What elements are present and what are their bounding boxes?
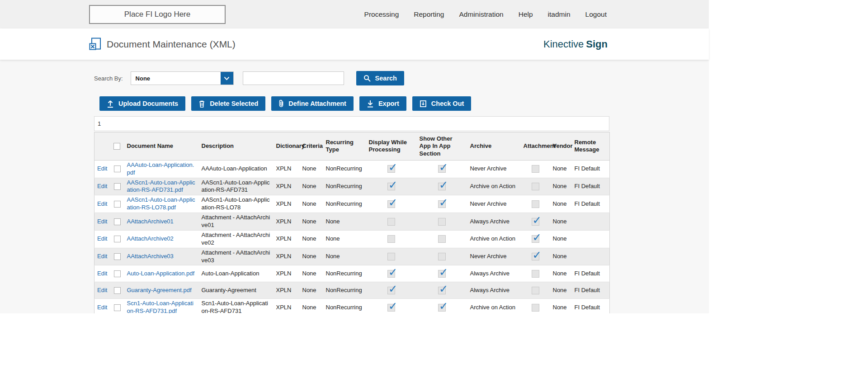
trash-icon — [198, 100, 205, 108]
search-by-label: Search By: — [94, 75, 123, 82]
table-row: EditAAttachArchive02Attachment - AAttach… — [94, 230, 610, 248]
row-checkbox[interactable] — [114, 253, 121, 260]
row-checkbox[interactable] — [114, 270, 121, 277]
define-attachment-button[interactable]: Define Attachment — [271, 96, 354, 111]
description-text: AAAuto-Loan-Application — [202, 165, 267, 172]
dictionary-text: XPLN — [276, 200, 292, 207]
criteria-text: None — [302, 183, 316, 189]
dictionary-text: XPLN — [276, 218, 292, 225]
attachment-checkbox — [532, 200, 539, 208]
display-while-processing-checkbox — [387, 253, 395, 260]
edit-link[interactable]: Edit — [97, 270, 107, 277]
column-header-show_other_app: Show Other App In App Section — [417, 132, 467, 161]
recurring-type-text: NonRecurring — [326, 304, 362, 311]
edit-link[interactable]: Edit — [97, 287, 107, 293]
nav-processing[interactable]: Processing — [364, 10, 399, 19]
search-by-dropdown[interactable]: None — [131, 71, 234, 85]
document-name-link[interactable]: Auto-Loan-Application.pdf — [127, 270, 195, 277]
dictionary-text: XPLN — [276, 287, 292, 293]
row-checkbox[interactable] — [114, 218, 121, 225]
dictionary-text: XPLN — [276, 253, 292, 260]
criteria-text: None — [302, 270, 316, 277]
vendor-text: None — [553, 270, 567, 277]
row-checkbox[interactable] — [114, 165, 121, 172]
search-input[interactable] — [243, 71, 344, 85]
define-attachment-label: Define Attachment — [288, 100, 346, 107]
search-icon — [363, 75, 371, 82]
row-checkbox[interactable] — [114, 183, 121, 190]
row-checkbox[interactable] — [114, 304, 121, 311]
vendor-text: None — [553, 253, 567, 260]
vendor-text: None — [553, 165, 567, 172]
archive-text: Never Archive — [470, 200, 507, 207]
display-while-processing-checkbox — [387, 235, 395, 243]
attachment-checkbox — [532, 304, 539, 312]
column-header-dictionary: Dictionary — [274, 132, 300, 161]
document-name-link[interactable]: Guaranty-Agreement.pdf — [127, 287, 192, 293]
nav-help[interactable]: Help — [519, 10, 533, 19]
document-name-link[interactable]: AAttachArchive01 — [127, 218, 174, 225]
check-out-button[interactable]: Check Out — [412, 96, 472, 111]
display-while-processing-checkbox — [387, 304, 395, 312]
document-name-link[interactable]: AAAuto-Loan-Application.pdf — [127, 161, 194, 176]
edit-link[interactable]: Edit — [97, 304, 107, 311]
checkout-icon — [420, 100, 427, 108]
edit-link[interactable]: Edit — [97, 200, 107, 207]
document-name-link[interactable]: AAScn1-Auto-Loan-Application-RS-AFD731.p… — [127, 179, 195, 194]
nav-administration[interactable]: Administration — [459, 10, 504, 19]
delete-selected-label: Delete Selected — [210, 100, 258, 107]
brand-logo: KinectiveSign — [543, 38, 608, 50]
edit-link[interactable]: Edit — [97, 165, 107, 172]
recurring-type-text: NonRecurring — [326, 270, 362, 277]
archive-text: Never Archive — [470, 253, 507, 260]
archive-text: Archive on Action — [470, 183, 515, 189]
remote-message-text: FI Default — [575, 183, 600, 189]
show-other-app-checkbox — [438, 200, 446, 208]
top-bar: Place FI Logo Here ProcessingReportingAd… — [0, 0, 709, 28]
fi-logo-placeholder: Place FI Logo Here — [89, 5, 226, 24]
vendor-text: None — [553, 287, 567, 293]
nav-logout[interactable]: Logout — [585, 10, 607, 19]
edit-link[interactable]: Edit — [97, 253, 107, 260]
pagination-bar: 1 — [94, 116, 609, 131]
table-row: EditScn1-Auto-Loan-Application-RS-AFD731… — [94, 299, 610, 313]
edit-link[interactable]: Edit — [97, 183, 107, 189]
delete-selected-button[interactable]: Delete Selected — [191, 96, 265, 111]
criteria-text: None — [302, 253, 316, 260]
description-text: Attachment - AAttachArchive01 — [202, 214, 270, 228]
documents-table: Document NameDescriptionDictionaryCriter… — [94, 132, 610, 313]
select-all-checkbox[interactable] — [113, 143, 120, 150]
nav-itadmin[interactable]: itadmin — [548, 10, 571, 19]
column-header-document_name: Document Name — [124, 132, 199, 161]
archive-text: Archive on Action — [470, 235, 515, 242]
criteria-text: None — [302, 304, 316, 311]
page-number[interactable]: 1 — [98, 120, 101, 127]
column-header-description: Description — [199, 132, 274, 161]
remote-message-text: FI Default — [575, 165, 600, 172]
document-name-link[interactable]: AAttachArchive02 — [127, 235, 174, 242]
edit-link[interactable]: Edit — [97, 218, 107, 225]
vendor-text: None — [553, 183, 567, 189]
archive-text: Never Archive — [470, 165, 507, 172]
edit-link[interactable]: Edit — [97, 235, 107, 242]
attachment-checkbox — [532, 218, 539, 226]
row-checkbox[interactable] — [114, 201, 121, 208]
show-other-app-checkbox — [438, 304, 446, 312]
document-name-link[interactable]: AAttachArchive03 — [127, 253, 174, 260]
upload-documents-button[interactable]: Upload Documents — [99, 96, 185, 111]
dictionary-text: XPLN — [276, 304, 292, 311]
vendor-text: None — [553, 304, 567, 311]
table-header-row: Document NameDescriptionDictionaryCriter… — [94, 132, 610, 161]
chevron-down-icon[interactable] — [221, 72, 233, 85]
row-checkbox[interactable] — [114, 287, 121, 294]
document-name-link[interactable]: Scn1-Auto-Loan-Application-RS-AFD731.pdf — [127, 300, 193, 313]
export-button[interactable]: Export — [359, 96, 406, 111]
download-icon — [367, 99, 374, 108]
show-other-app-checkbox — [438, 183, 446, 190]
search-button[interactable]: Search — [356, 71, 404, 85]
attachment-checkbox — [532, 287, 539, 294]
row-checkbox[interactable] — [114, 236, 121, 242]
nav-reporting[interactable]: Reporting — [414, 10, 444, 19]
document-name-link[interactable]: AAScn1-Auto-Loan-Application-RS-LO78.pdf — [127, 196, 195, 211]
archive-text: Archive on Action — [470, 304, 515, 311]
